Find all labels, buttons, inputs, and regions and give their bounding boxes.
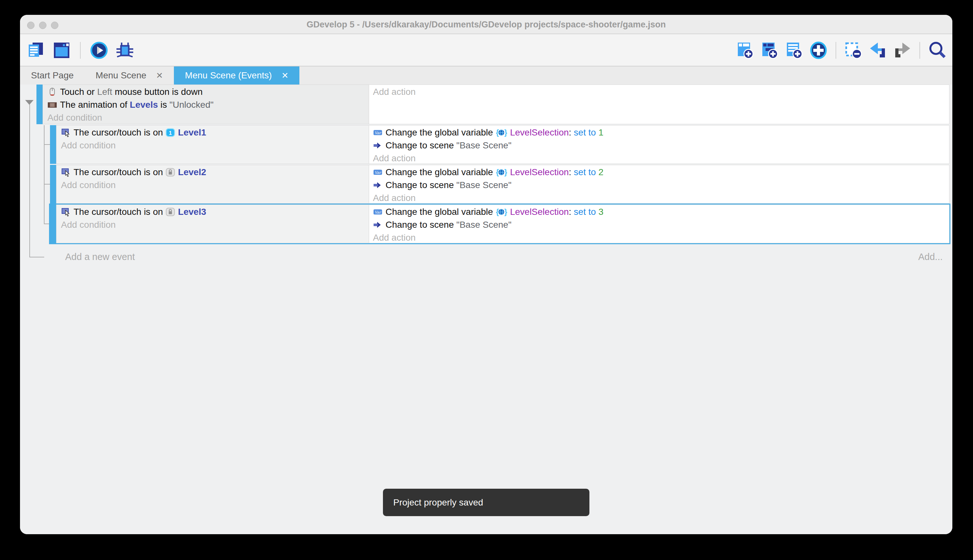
level1-button-icon: 1 [165,128,175,137]
debugger-button[interactable] [115,41,134,60]
play-icon [90,41,108,59]
redo-button[interactable] [893,41,912,60]
tree-line [44,125,45,224]
add-condition-button[interactable]: Add condition [57,179,369,192]
play-preview-button[interactable] [90,41,108,60]
event-drag-handle[interactable] [50,165,56,203]
gdevelop-window: GDevelop 5 - /Users/dkarakay/Documents/G… [20,15,952,534]
add-condition-button[interactable]: Add condition [43,111,369,124]
condition-text: The cursor/touch is on [73,127,165,138]
delete-event-icon [844,41,862,59]
svg-text:{: { [496,207,499,216]
collapse-event-toggle[interactable] [25,100,33,105]
condition-param: Left [97,87,112,97]
tab-label: Menu Scene [95,70,146,81]
event-row-level2[interactable]: The cursor/touch is on Level2 Add condit… [50,165,950,203]
delete-selection-button[interactable] [844,41,863,60]
debug-icon [116,41,134,59]
add-condition-button[interactable]: Add condition [57,218,369,231]
event-drag-handle[interactable] [37,85,43,124]
actions-column: Var Change the global variable { } Level… [369,205,949,243]
add-more-button[interactable]: Add... [918,252,943,262]
toolbar-divider [80,42,81,59]
svg-text:{: { [496,168,499,177]
add-condition-button[interactable]: Add condition [57,139,369,152]
search-events-button[interactable] [928,41,946,60]
condition-cursor-on[interactable]: The cursor/touch is on Level3 [57,205,369,218]
action-change-scene[interactable]: Change to scene "Base Scene" [369,179,949,192]
toolbar-left-group [27,34,134,67]
conditions-column: The cursor/touch is on 1 Level1 Add cond… [57,125,369,163]
event-drag-handle[interactable] [50,205,56,243]
event-row-level3[interactable]: The cursor/touch is on Level3 Add condit… [50,205,950,243]
string-param: "Base Scene" [457,140,511,151]
add-action-button[interactable]: Add action [369,192,949,205]
locked-level-icon [165,207,175,217]
tab-menu-scene-events[interactable]: Menu Scene (Events) ✕ [174,67,299,85]
change-scene-icon [373,141,383,150]
actions-column: Var Change the global variable { } Level… [369,125,949,163]
tree-line [44,144,50,145]
action-text: Change to scene [385,140,457,151]
toast-message: Project properly saved [393,497,483,508]
action-change-variable[interactable]: Var Change the global variable { } Level… [369,126,949,139]
change-scene-icon [373,220,383,230]
close-tab-icon[interactable]: ✕ [156,71,163,81]
change-scene-icon [373,180,383,190]
variable-name: LevelSelection [510,167,569,177]
svg-text:Var: Var [375,131,382,135]
condition-cursor-on[interactable]: The cursor/touch is on Level2 [57,166,369,179]
condition-text: The animation of [60,100,130,110]
close-tab-icon[interactable]: ✕ [282,71,289,81]
action-change-variable[interactable]: Var Change the global variable { } Level… [369,166,949,179]
operator-text: set to [574,207,598,217]
undo-button[interactable] [868,41,887,60]
event-row-root[interactable]: Touch or Left mouse button is down The a… [37,85,950,124]
object-name: Level3 [178,207,206,217]
add-action-button[interactable]: Add action [369,231,949,244]
window-title: GDevelop 5 - /Users/dkarakay/Documents/G… [20,15,952,34]
action-change-scene[interactable]: Change to scene "Base Scene" [369,139,949,152]
add-action-button[interactable]: Add action [369,152,949,165]
condition-text: The cursor/touch is on [73,207,165,217]
conditions-column: The cursor/touch is on Level2 Add condit… [57,165,369,203]
cursor-touch-icon [61,207,71,217]
object-name: Level2 [178,167,206,177]
add-action-button[interactable]: Add action [369,85,949,98]
scene-editor-icon [53,41,71,59]
operator-text: set to [574,167,598,177]
add-subevent-button[interactable] [760,41,779,60]
condition-cursor-on[interactable]: The cursor/touch is on 1 Level1 [57,126,369,139]
add-new-event-button[interactable]: Add a new event [65,252,135,262]
object-name: Levels [130,100,158,110]
add-comment-button[interactable] [785,41,803,60]
cursor-touch-icon [61,128,71,137]
tab-label: Menu Scene (Events) [185,70,272,81]
tree-line [29,257,44,257]
global-variable-icon: { } [495,207,507,217]
value-number: 1 [598,127,604,138]
tree-line [44,184,50,185]
add-more-events-button[interactable] [809,41,828,60]
action-change-variable[interactable]: Var Change the global variable { } Level… [369,205,949,218]
condition-animation[interactable]: The animation of Levels is "Unlocked" [43,98,369,111]
add-event-button[interactable] [736,41,754,60]
tab-start-page[interactable]: Start Page [20,67,85,85]
action-change-scene[interactable]: Change to scene "Base Scene" [369,218,949,231]
editor-tabbar: Start Page Menu Scene ✕ Menu Scene (Even… [20,67,952,85]
variable-icon: Var [373,207,383,217]
svg-text:}: } [504,128,507,137]
action-text: Change to scene [385,180,457,190]
project-manager-button[interactable] [27,41,45,60]
scene-editor-button[interactable] [52,41,71,60]
condition-touch-mouse[interactable]: Touch or Left mouse button is down [43,85,369,98]
event-drag-handle[interactable] [50,125,56,164]
event-row-level1[interactable]: The cursor/touch is on 1 Level1 Add cond… [50,125,950,164]
variable-name: LevelSelection [510,127,569,138]
svg-text:Var: Var [375,210,382,215]
toolbar-right-group [736,34,946,67]
action-text: : [569,167,574,177]
action-text: : [569,207,574,217]
tab-menu-scene[interactable]: Menu Scene ✕ [85,67,174,85]
svg-text:}: } [504,207,507,216]
